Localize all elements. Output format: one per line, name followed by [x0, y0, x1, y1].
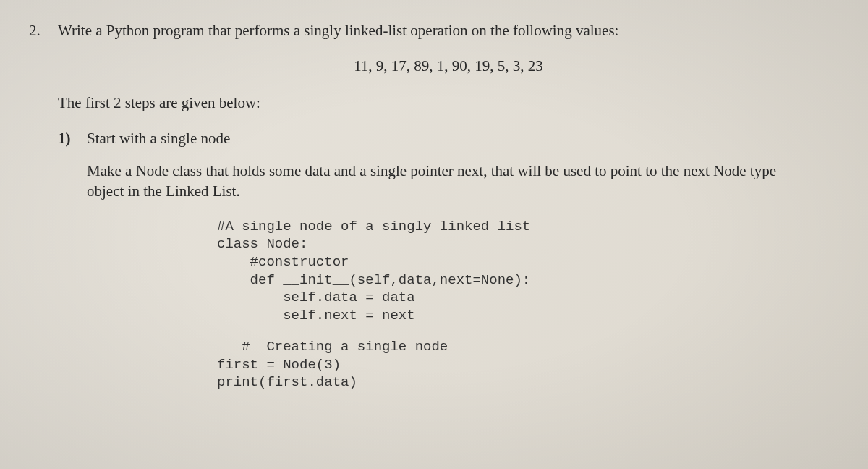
code-block-2: # Creating a single node first = Node(3)…	[217, 338, 839, 392]
step-1-title: Start with a single node	[87, 130, 839, 148]
question-text: Write a Python program that performs a s…	[58, 22, 839, 40]
intro-text: The first 2 steps are given below:	[58, 94, 839, 112]
question-number: 2.	[29, 22, 46, 40]
step-1-header: 1) Start with a single node	[58, 130, 839, 148]
step-1-description: Make a Node class that holds some data a…	[87, 161, 796, 202]
values-list: 11, 9, 17, 89, 1, 90, 19, 5, 3, 23	[58, 57, 839, 75]
step-1-number: 1)	[58, 130, 77, 148]
code-block-1: #A single node of a singly linked list c…	[217, 218, 839, 325]
question-header: 2. Write a Python program that performs …	[29, 22, 839, 40]
